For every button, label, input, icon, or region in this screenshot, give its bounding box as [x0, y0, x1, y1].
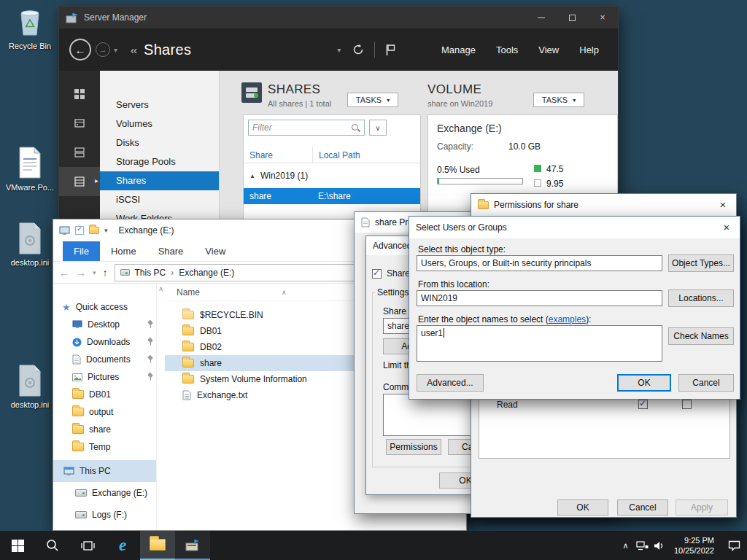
location-input[interactable]: WIN2019: [417, 290, 662, 306]
allow-read-checkbox[interactable]: [638, 400, 648, 409]
refresh-button[interactable]: [352, 44, 364, 55]
cancel-button[interactable]: Cancel: [678, 374, 734, 392]
shares-group-row[interactable]: ▲ Win2019 (1): [244, 168, 420, 184]
folder-icon: [182, 359, 194, 368]
nav-logs-drive[interactable]: Logs (F:): [53, 504, 156, 526]
shares-filter-input[interactable]: Filter: [248, 120, 365, 136]
search-button[interactable]: [35, 531, 70, 560]
close-button[interactable]: ×: [587, 7, 618, 28]
up-button[interactable]: ↑: [103, 267, 108, 279]
pin-icon: [147, 338, 154, 346]
filter-options-button[interactable]: ∨: [369, 120, 387, 136]
desktop-icon-recycle-bin[interactable]: Recycle Bin: [6, 4, 54, 51]
properties-check-icon[interactable]: [75, 226, 84, 235]
desktop-icon-desktop-ini-1[interactable]: desktop.ini: [6, 222, 54, 268]
desktop-icon-label: desktop.ini: [6, 400, 54, 410]
menu-tools[interactable]: Tools: [496, 44, 518, 55]
nav-downloads[interactable]: Downloads: [53, 333, 156, 351]
pin-icon: [147, 356, 154, 363]
recent-locations-dropdown-icon[interactable]: ▾: [93, 269, 96, 276]
file-row-share-selected[interactable]: share: [165, 355, 356, 371]
nav-pictures[interactable]: Pictures: [53, 368, 156, 386]
nav-exchange-drive[interactable]: Exchange (E:): [53, 482, 156, 504]
examples-link[interactable]: examples: [549, 314, 586, 324]
back-button[interactable]: ←: [59, 267, 69, 279]
locations-button[interactable]: Locations...: [668, 289, 734, 307]
server-manager-button[interactable]: [175, 531, 210, 560]
desktop-icon-desktop-ini-2[interactable]: desktop.ini: [6, 365, 54, 410]
sort-ascending-icon: ∧: [282, 289, 287, 296]
check-names-button[interactable]: Check Names: [668, 327, 734, 345]
forward-button[interactable]: →: [96, 42, 110, 57]
breadcrumb-exchange[interactable]: Exchange (E:): [179, 268, 234, 278]
object-type-input[interactable]: Users, Groups, or Built-in security prin…: [417, 255, 662, 271]
new-folder-icon[interactable]: [89, 227, 99, 234]
nav-share[interactable]: share: [53, 421, 156, 438]
subnav-item-volumes[interactable]: Volumes: [100, 114, 219, 133]
show-hidden-icons-button[interactable]: ∧: [617, 541, 634, 551]
column-header-share[interactable]: Share: [244, 147, 312, 163]
sidebar-item-local-server[interactable]: [59, 109, 100, 138]
subnav-item-iscsi[interactable]: iSCSI: [100, 190, 219, 209]
advanced-button[interactable]: Advanced...: [417, 374, 484, 392]
nav-dropdown-icon[interactable]: ▾: [114, 46, 117, 54]
internet-explorer-button[interactable]: e: [105, 531, 140, 560]
column-header-name[interactable]: Name∧: [165, 284, 356, 301]
cancel-button[interactable]: Cancel: [617, 499, 668, 516]
menu-manage[interactable]: Manage: [441, 44, 476, 55]
breadcrumb-collapse[interactable]: ‹‹: [131, 44, 136, 56]
forward-button[interactable]: →: [76, 267, 86, 279]
tab-view[interactable]: View: [194, 241, 236, 261]
taskbar-clock[interactable]: 9:25 PM 10/25/2022: [667, 535, 721, 556]
sidebar-item-all-servers[interactable]: [59, 138, 100, 167]
nav-documents[interactable]: Documents: [53, 351, 156, 368]
nav-this-pc[interactable]: This PC: [53, 460, 156, 482]
breadcrumb-this-pc[interactable]: This PC: [135, 268, 166, 278]
volume-tasks-button[interactable]: TASKS▾: [533, 93, 584, 107]
column-header-local-path[interactable]: Local Path: [312, 147, 360, 163]
start-button[interactable]: [0, 531, 35, 560]
nav-db01[interactable]: DB01: [53, 386, 156, 403]
object-types-button[interactable]: Object Types...: [668, 254, 734, 272]
ok-button[interactable]: OK: [557, 499, 608, 516]
menu-help[interactable]: Help: [579, 44, 599, 55]
subnav-item-shares[interactable]: Shares: [100, 171, 219, 190]
back-button[interactable]: ←: [69, 39, 91, 61]
apply-button[interactable]: Apply: [676, 499, 728, 516]
subnav-item-servers[interactable]: Servers: [100, 96, 219, 114]
quick-access-toolbar-dropdown-icon[interactable]: ▾: [104, 227, 108, 234]
sidebar-item-file-storage-services[interactable]: ▸: [59, 167, 100, 196]
breadcrumb-separator: ›: [171, 268, 174, 278]
minimize-button[interactable]: [526, 7, 557, 28]
tab-home[interactable]: Home: [100, 241, 147, 261]
subnav-item-storage-pools[interactable]: Storage Pools: [100, 152, 219, 171]
nav-quick-access[interactable]: ★Quick access: [53, 298, 156, 316]
nav-output[interactable]: output: [53, 403, 156, 421]
tab-file[interactable]: File: [63, 241, 100, 261]
notifications-button[interactable]: [385, 44, 395, 56]
sidebar-item-dashboard[interactable]: [59, 79, 100, 109]
deny-read-checkbox[interactable]: [682, 400, 692, 409]
nav-desktop[interactable]: Desktop: [53, 316, 156, 333]
nav-temp[interactable]: Temp: [53, 438, 156, 456]
maximize-button[interactable]: [557, 7, 587, 28]
ok-button[interactable]: OK: [617, 374, 671, 392]
network-button[interactable]: [634, 541, 651, 551]
share-row-selected[interactable]: share E:\share: [244, 188, 420, 204]
shares-tasks-button[interactable]: TASKS▾: [347, 93, 398, 107]
action-center-button[interactable]: [721, 540, 747, 551]
file-explorer-button[interactable]: [140, 531, 175, 560]
desktop-icon-vmware[interactable]: VMware.Po...: [6, 146, 54, 192]
close-button[interactable]: ×: [710, 194, 736, 215]
subnav-item-disks[interactable]: Disks: [100, 133, 219, 152]
nav-scrollbar[interactable]: ∧: [156, 284, 165, 530]
task-view-button[interactable]: [70, 531, 105, 560]
close-button[interactable]: ×: [713, 217, 740, 238]
permissions-button[interactable]: Permissions: [386, 439, 441, 455]
breadcrumb-dropdown-icon[interactable]: ▾: [337, 46, 341, 54]
volume-button[interactable]: [651, 541, 667, 551]
tab-share[interactable]: Share: [147, 241, 195, 261]
object-names-textarea[interactable]: user1: [417, 325, 662, 362]
menu-view[interactable]: View: [538, 44, 559, 55]
notifications-flag-icon: [385, 44, 395, 56]
